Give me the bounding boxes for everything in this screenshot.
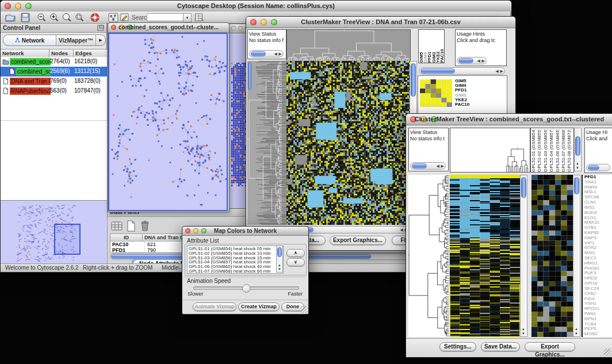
tv2-column-label[interactable]: GPL51-03 (GSM856) — [543, 129, 549, 172]
treeview1-titlebar[interactable]: ClusterMaker TreeView : DNA and Tran 07-… — [246, 17, 515, 28]
dense-network-canvas[interactable] — [231, 63, 247, 186]
network-list-item[interactable]: RNAPuberNov2+563(0)107847(0) — [1, 86, 107, 96]
gene-label[interactable]: YSH1 — [584, 301, 612, 306]
slider-thumb[interactable] — [242, 284, 251, 293]
tv1-correlation-matrix[interactable] — [420, 79, 452, 107]
scrollbar-thumb[interactable] — [574, 177, 579, 194]
gene-label[interactable]: VIP1 — [584, 241, 612, 246]
tab-overflow-button[interactable]: ▶ — [95, 35, 105, 45]
gene-label[interactable]: ELG1 — [584, 216, 612, 221]
gene-label[interactable]: RPN1 — [584, 317, 612, 322]
gene-label[interactable]: MON2 — [584, 332, 612, 337]
tv2-export-graphics-button[interactable]: Export Graphics... — [525, 342, 575, 351]
tv2-top-vscroll[interactable]: ▲ ▼ — [574, 128, 582, 171]
create-vizmap-button[interactable]: Create Vizmap — [238, 302, 280, 311]
col-edges[interactable]: Edges — [74, 49, 107, 58]
attribute-list-item[interactable]: GPL51-07 (GSM868) heat shock 60 min — [189, 269, 282, 274]
overview-viewport-rect[interactable] — [54, 224, 81, 255]
gene-label[interactable]: FIG4 — [584, 297, 612, 302]
tv2-column-label[interactable]: GPL51-08 (GSM872) — [567, 129, 572, 172]
scroll-up-icon[interactable]: ▲ — [576, 162, 579, 166]
scrollbar-thumb[interactable] — [588, 165, 599, 170]
gene-label[interactable]: GTB1 — [584, 225, 612, 231]
gene-label[interactable]: SEC1 — [584, 256, 612, 261]
scroll-right-icon[interactable]: ▶ — [500, 68, 503, 74]
scroll-left-icon[interactable]: ◀ — [400, 227, 403, 233]
network-manager-icon[interactable] — [108, 13, 118, 22]
col-network[interactable]: Network — [1, 49, 49, 58]
gene-label[interactable]: TCB3 — [584, 322, 612, 327]
move-up-button[interactable]: ∧ — [286, 249, 305, 257]
zoom-in-icon[interactable] — [49, 13, 59, 22]
tv1-detail-hscroll[interactable]: ◀ ▶ — [419, 67, 505, 75]
scroll-right-icon[interactable]: ▶ — [279, 51, 282, 57]
tv2-heatmap-vscroll[interactable]: ▲ ▼ — [520, 175, 527, 337]
col-nodes[interactable]: Nodes — [49, 49, 74, 58]
scrollbar-thumb[interactable] — [458, 58, 473, 63]
tv1-heatmap-canvas[interactable] — [286, 61, 410, 225]
scroll-up-icon[interactable]: ▲ — [278, 263, 281, 267]
scrollbar-thumb[interactable] — [521, 177, 526, 198]
gene-label[interactable]: HMG1 — [584, 261, 612, 266]
scroll-up-icon[interactable]: ▲ — [522, 327, 525, 331]
treeview2-titlebar[interactable]: ClusterMaker TreeView : combined_scores_… — [406, 114, 612, 125]
gene-label[interactable]: NTR2 — [584, 246, 612, 251]
dialog-titlebar[interactable]: Map Colors to Network — [182, 227, 308, 236]
resize-grip[interactable] — [604, 348, 611, 356]
scrollbar-thumb[interactable] — [251, 51, 266, 56]
id-column-header[interactable]: ID — [110, 234, 143, 241]
scroll-down-icon[interactable]: ▼ — [575, 332, 578, 336]
open-file-icon[interactable] — [5, 13, 16, 22]
gene-label[interactable]: RNR4 — [584, 185, 612, 190]
overview-canvas[interactable] — [1, 201, 106, 265]
tv1-column-label[interactable]: PAC10 — [439, 31, 443, 63]
table-grid-icon[interactable] — [111, 221, 123, 231]
tv1-export-graphics-button[interactable]: Export Graphics... — [330, 236, 386, 245]
zoom-fit-icon[interactable] — [74, 13, 85, 22]
help-lifesaver-icon[interactable] — [90, 13, 100, 22]
tab-vizmapper[interactable]: VizMapper™ — [56, 35, 95, 45]
scroll-right-icon[interactable]: ▶ — [482, 58, 485, 64]
tv2-column-label[interactable]: GPL51-01 (GSM854) — [531, 129, 537, 172]
save-icon[interactable] — [20, 13, 30, 22]
resize-grip[interactable] — [300, 306, 308, 313]
gene-label[interactable]: BUD4 — [584, 210, 612, 216]
tv1-column-label[interactable]: PFD1 — [427, 31, 431, 63]
minimize-icon[interactable] — [238, 26, 243, 30]
main-titlebar[interactable]: Cytoscape Desktop (Session Name: collins… — [1, 1, 511, 12]
gene-label[interactable]: MSL1 — [584, 190, 612, 195]
animation-speed-slider[interactable] — [193, 286, 299, 290]
tab-network[interactable]: Network — [3, 35, 56, 45]
search-input[interactable] — [147, 13, 183, 21]
gene-label[interactable]: HRD3 — [584, 276, 612, 281]
tv2-column-label[interactable]: GPL51-06 (GSM865) — [555, 129, 561, 172]
gene-label[interactable]: SPC98 — [584, 195, 612, 200]
scroll-up-icon[interactable]: ▲ — [575, 327, 578, 331]
scrollbar-thumb[interactable] — [277, 247, 282, 257]
scroll-down-icon[interactable]: ▼ — [278, 267, 281, 271]
delete-trash-icon[interactable] — [140, 220, 150, 232]
network-view-canvas[interactable] — [109, 34, 227, 210]
search-dropdown-button[interactable]: ▼ — [183, 13, 192, 22]
tv2-selection-rect[interactable] — [450, 284, 520, 337]
tv2-column-label[interactable]: GPL51-04 (GSM857) — [549, 129, 554, 172]
scroll-left-icon[interactable]: ◀ — [496, 68, 499, 74]
tv2-row-dendrogram[interactable] — [408, 175, 449, 337]
gene-label[interactable]: MSI1 — [584, 251, 612, 256]
tv2-column-label[interactable]: GPL51-07 (GSM868) — [561, 129, 567, 172]
annotation-icon[interactable] — [120, 13, 130, 22]
gene-label[interactable]: PUF3 — [584, 271, 612, 276]
tv2-save-data-button[interactable]: Save Data... — [481, 342, 520, 351]
gene-label[interactable]: PAN1 — [584, 312, 612, 317]
close-icon[interactable] — [231, 26, 236, 30]
scrollbar-thumb[interactable] — [411, 63, 416, 97]
scrollbar-thumb[interactable] — [412, 163, 427, 168]
tv2-detail-heatmap[interactable] — [531, 175, 573, 337]
tv2-settings-button[interactable]: Settings... — [439, 342, 476, 351]
network-list-item[interactable]: combined_scores2764(0)16218(0) — [1, 57, 107, 67]
new-document-icon[interactable] — [126, 220, 136, 232]
tv1-left-scrollbar[interactable] — [247, 61, 252, 130]
move-down-button[interactable]: ∨ — [286, 258, 305, 266]
scroll-left-icon[interactable]: ◀ — [274, 51, 277, 57]
attribute-list-vscroll[interactable]: ▲ ▼ — [276, 246, 283, 273]
